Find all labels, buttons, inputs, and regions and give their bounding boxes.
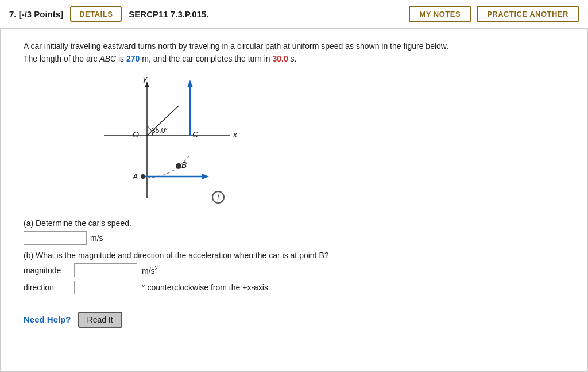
- svg-point-10: [176, 163, 181, 169]
- main-content: A car initially traveling eastward turns…: [0, 29, 588, 372]
- svg-text:O: O: [133, 130, 139, 139]
- part-b-section: (b) What is the magnitude and direction …: [24, 251, 576, 294]
- magnitude-input[interactable]: [74, 263, 137, 277]
- need-help-section: Need Help? Read It: [24, 312, 576, 328]
- problem-text-part1: A car initially traveling eastward turns…: [24, 41, 448, 51]
- info-icon[interactable]: i: [212, 191, 225, 204]
- magnitude-row: magnitude m/s2: [24, 263, 576, 277]
- part-a-section: (a) Determine the car's speed. m/s: [24, 218, 576, 245]
- part-a-unit: m/s: [90, 233, 103, 243]
- svg-marker-6: [187, 80, 193, 87]
- magnitude-label: magnitude: [24, 266, 69, 275]
- magnitude-direction-section: magnitude m/s2 direction ° counterclockw…: [24, 263, 576, 294]
- svg-text:C: C: [192, 130, 199, 139]
- read-it-button[interactable]: Read It: [78, 312, 122, 328]
- problem-text-part4: m, and the car completes the turn in: [140, 54, 272, 63]
- direction-row: direction ° counterclockwise from the +x…: [24, 281, 576, 294]
- time-value: 30.0: [272, 54, 288, 63]
- problem-text-part3: is: [116, 54, 126, 63]
- magnitude-unit: m/s2: [142, 265, 158, 275]
- part-a-input-row: m/s: [24, 231, 576, 245]
- arc-value: 270: [126, 54, 140, 63]
- part-a-label: (a) Determine the car's speed.: [24, 218, 576, 228]
- question-number: 7. [-/3 Points]: [9, 9, 63, 19]
- problem-text-part5: s.: [288, 54, 297, 63]
- part-b-label: (b) What is the magnitude and direction …: [24, 251, 576, 260]
- problem-text-part2: The length of the arc: [24, 54, 99, 63]
- svg-text:35.0°: 35.0°: [152, 126, 168, 135]
- need-help-label: Need Help?: [24, 315, 71, 324]
- problem-text: A car initially traveling eastward turns…: [24, 40, 540, 66]
- figure-svg: y x C O 35.0°: [58, 71, 242, 209]
- direction-label: direction: [24, 283, 69, 292]
- direction-unit: ° counterclockwise from the +x-axis: [142, 283, 268, 292]
- problem-id: SERCP11 7.3.P.015.: [129, 9, 402, 19]
- svg-point-15: [141, 174, 145, 179]
- header-bar: 7. [-/3 Points] DETAILS SERCP11 7.3.P.01…: [0, 0, 588, 29]
- practice-another-button[interactable]: PRACTICE ANOTHER: [477, 6, 579, 22]
- arc-label: ABC: [99, 54, 116, 63]
- svg-text:y: y: [142, 74, 148, 83]
- details-button[interactable]: DETAILS: [70, 6, 122, 22]
- svg-text:B: B: [181, 160, 187, 170]
- svg-text:x: x: [233, 130, 238, 139]
- my-notes-button[interactable]: MY NOTES: [409, 6, 471, 22]
- svg-marker-14: [202, 174, 209, 179]
- right-buttons: MY NOTES PRACTICE ANOTHER: [409, 6, 579, 22]
- part-a-input[interactable]: [24, 231, 87, 245]
- direction-input[interactable]: [74, 281, 137, 294]
- svg-text:A: A: [132, 172, 138, 181]
- figure-container: y x C O 35.0°: [58, 71, 242, 209]
